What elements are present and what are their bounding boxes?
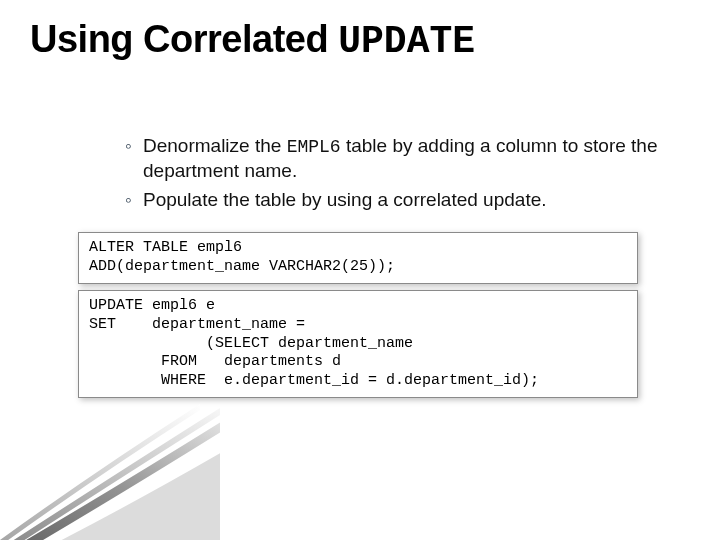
slide-title: Using Correlated UPDATE xyxy=(30,18,475,63)
bullet-item: Denormalize the EMPL6 table by adding a … xyxy=(125,134,685,184)
title-prefix: Using Correlated xyxy=(30,18,338,60)
bullet-list: Denormalize the EMPL6 table by adding a … xyxy=(85,134,685,217)
title-mono: UPDATE xyxy=(338,20,475,63)
bullet-text-pre: Denormalize the xyxy=(143,135,287,156)
code-block-alter: ALTER TABLE empl6 ADD(department_name VA… xyxy=(78,232,638,284)
slide: Using Correlated UPDATE Denormalize the … xyxy=(0,0,720,540)
bullet-text-pre: Populate the table by using a correlated… xyxy=(143,189,547,210)
code-block-update: UPDATE empl6 e SET department_name = (SE… xyxy=(78,290,638,398)
bullet-item: Populate the table by using a correlated… xyxy=(125,188,685,213)
corner-accent xyxy=(0,400,220,540)
bullet-mono: EMPL6 xyxy=(287,137,341,157)
